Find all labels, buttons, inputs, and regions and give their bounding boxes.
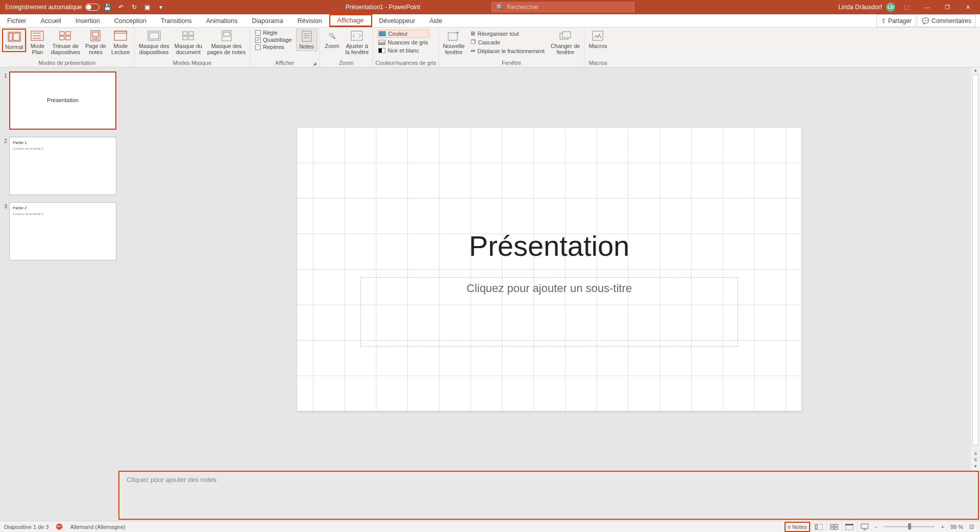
color-button[interactable]: Couleur <box>377 30 429 38</box>
tab-transitions[interactable]: Transitions <box>154 14 199 27</box>
group-label: Zoom <box>322 60 371 67</box>
thumbnail-title: Partie 2 <box>13 206 113 210</box>
slide-thumbnail[interactable]: Partie 2Contenu de la feuille 3 <box>9 202 116 260</box>
guides-checkbox[interactable]: Repères <box>255 44 291 50</box>
reading-view-status-button[interactable] <box>842 522 856 531</box>
save-icon[interactable]: 💾 <box>103 4 113 11</box>
sorter-view-status-button[interactable] <box>826 522 841 531</box>
zoom-slider[interactable] <box>884 526 935 527</box>
zoom-out-button[interactable]: − <box>872 523 879 531</box>
search-input[interactable] <box>507 4 630 11</box>
normal-view-status-button[interactable] <box>811 522 825 531</box>
svg-rect-42 <box>845 524 853 525</box>
tab-affichage[interactable]: Affichage <box>329 14 372 27</box>
arrange-all-button[interactable]: ⊞Réorganiser tout <box>470 30 545 37</box>
slide-thumbnail[interactable]: Partie 1Contenu de la feuille 2 <box>9 137 116 195</box>
maximize-icon[interactable]: ❐ <box>938 0 957 14</box>
outline-view-button[interactable]: Mode Plan <box>27 29 47 56</box>
normal-view-button[interactable]: Normal <box>2 29 26 52</box>
slide-master-icon <box>146 30 162 42</box>
tab-insertion[interactable]: Insertion <box>68 14 107 27</box>
slide-canvas[interactable]: Présentation Cliquez pour ajouter un sou… <box>297 127 801 411</box>
grayscale-button[interactable]: Nuances de gris <box>377 39 429 46</box>
zoom-level[interactable]: 99 % <box>950 524 963 530</box>
scroll-thumb[interactable] <box>972 75 978 445</box>
slide-thumbnail[interactable]: Présentation <box>9 71 116 130</box>
slide-subtitle-placeholder[interactable]: Cliquez pour ajouter un sous-titre <box>360 277 738 347</box>
close-icon[interactable]: ✕ <box>959 0 977 14</box>
undo-icon[interactable]: ↶ <box>116 4 126 11</box>
handout-master-button[interactable]: Masque du document <box>173 29 204 56</box>
share-button[interactable]: ⇪Partager <box>876 14 916 27</box>
accessibility-icon[interactable]: ⛔̶ <box>56 523 63 530</box>
group-macros: Macros Macros <box>584 28 611 67</box>
fit-window-icon <box>349 30 365 42</box>
comments-button[interactable]: 💬Commentaires <box>917 14 976 27</box>
ribbon-display-icon[interactable]: ⬚ <box>897 0 916 14</box>
svg-rect-43 <box>861 524 868 528</box>
blackwhite-button[interactable]: Noir et blanc <box>377 47 429 54</box>
tab-diaporama[interactable]: Diaporama <box>245 14 290 27</box>
minimize-icon[interactable]: — <box>918 0 936 14</box>
qat-customize-icon[interactable]: ▾ <box>156 4 166 11</box>
new-window-button[interactable]: + Nouvelle fenêtre <box>441 29 467 56</box>
notes-master-button[interactable]: Masque des pages de notes <box>205 29 248 56</box>
fit-to-window-status-button[interactable]: ⊡ <box>967 522 976 531</box>
zoom-button[interactable]: 🔍 Zoom <box>322 29 342 50</box>
slide-count[interactable]: Diapositive 1 de 3 <box>4 524 48 530</box>
switch-windows-icon <box>557 30 574 42</box>
notes-master-icon <box>218 30 235 42</box>
redo-icon[interactable]: ↻ <box>129 4 139 11</box>
user-avatar[interactable]: LD <box>886 3 895 12</box>
prev-slide-icon[interactable]: ≙ <box>971 451 980 457</box>
gridlines-checkbox[interactable]: ✓Quadrillage <box>255 37 291 43</box>
search-icon: 🔍 <box>496 4 504 11</box>
vertical-scrollbar[interactable]: ▴ ≙ ≚ ▾ <box>971 67 980 471</box>
notes-toggle-button[interactable]: Notes <box>296 29 317 51</box>
slide-thumbnails-panel[interactable]: 1Présentation2Partie 1Contenu de la feui… <box>0 67 118 521</box>
svg-rect-0 <box>8 32 20 41</box>
ruler-checkbox[interactable]: Règle <box>255 30 291 36</box>
slide-canvas-wrap[interactable]: Présentation Cliquez pour ajouter un sou… <box>118 67 980 471</box>
dialog-launcher-icon[interactable]: ◢ <box>313 61 316 66</box>
comment-icon: 💬 <box>922 17 929 25</box>
group-window: + Nouvelle fenêtre ⊞Réorganiser tout ❐Ca… <box>439 28 585 67</box>
cascade-button[interactable]: ❐Cascade <box>470 38 545 46</box>
svg-rect-1 <box>9 33 12 40</box>
notes-pane[interactable]: Cliquez pour ajouter des notes <box>118 471 979 520</box>
next-slide-icon[interactable]: ≚ <box>971 457 980 464</box>
slideshow-start-icon[interactable]: ▣ <box>142 4 153 11</box>
slideshow-status-button[interactable] <box>857 522 871 531</box>
svg-rect-36 <box>816 525 817 529</box>
tab-animations[interactable]: Animations <box>199 14 245 27</box>
autosave-toggle[interactable] <box>85 4 100 11</box>
slide-sorter-button[interactable]: Trieuse de diapositives <box>48 29 82 56</box>
autosave-label: Enregistrement automatique <box>5 4 82 11</box>
tab-aide[interactable]: Aide <box>422 14 449 27</box>
language-indicator[interactable]: Allemand (Allemagne) <box>70 524 125 530</box>
reading-view-button[interactable]: Mode Lecture <box>109 29 132 56</box>
search-box[interactable]: 🔍 <box>492 2 634 12</box>
scroll-down-icon[interactable]: ▾ <box>971 464 980 471</box>
group-label: Modes Masque <box>137 60 248 67</box>
user-name[interactable]: Linda Dräusdorf <box>839 4 882 11</box>
switch-windows-button[interactable]: Changer de fenêtre <box>549 29 582 56</box>
scroll-up-icon[interactable]: ▴ <box>971 67 980 75</box>
svg-rect-7 <box>60 32 64 35</box>
macros-button[interactable]: Macros <box>586 29 609 50</box>
tab-conception[interactable]: Conception <box>107 14 154 27</box>
tab-revision[interactable]: Révision <box>290 14 329 27</box>
cascade-icon: ❐ <box>471 39 476 45</box>
zoom-in-button[interactable]: + <box>939 523 946 531</box>
slide-title-placeholder[interactable]: Présentation <box>297 229 801 262</box>
move-split-button[interactable]: ⇔Déplacer le fractionnement <box>470 47 545 55</box>
tab-developpeur[interactable]: Développeur <box>372 14 423 27</box>
notes-page-button[interactable]: Page de notes <box>83 29 108 56</box>
tab-fichier[interactable]: Fichier <box>0 14 34 27</box>
fit-window-button[interactable]: Ajuster à la fenêtre <box>344 29 371 56</box>
thumbnail-title: Partie 1 <box>13 140 113 145</box>
notes-status-button[interactable]: ≡Notes <box>785 522 810 532</box>
slide-master-button[interactable]: Masque des diapositives <box>137 29 172 56</box>
share-icon: ⇪ <box>881 17 886 25</box>
tab-accueil[interactable]: Accueil <box>34 14 68 27</box>
